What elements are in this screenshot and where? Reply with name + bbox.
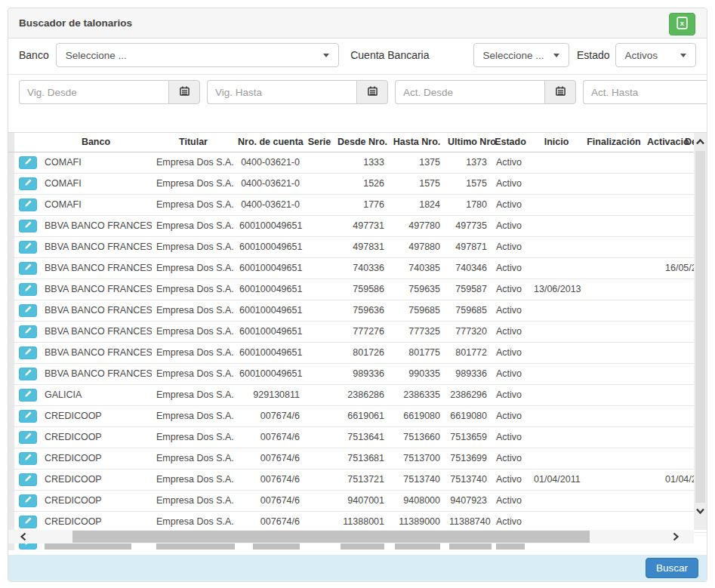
edit-row-button[interactable] (19, 304, 37, 317)
vertical-scrollbar-thumb[interactable] (695, 151, 705, 503)
pencil-icon (24, 220, 32, 231)
column-header-inicio[interactable]: Inicio (529, 133, 584, 152)
calendar-button[interactable] (168, 80, 200, 104)
grid-body: COMAFIEmpresa Dos S.A.0400-03621-0133313… (8, 152, 707, 550)
edit-row-button[interactable] (19, 325, 37, 338)
edit-row-button[interactable] (19, 452, 37, 465)
edit-row-button[interactable] (19, 346, 37, 359)
edit-row-button[interactable] (19, 241, 37, 254)
column-header-titular[interactable]: Titular (152, 133, 235, 152)
cell-cuenta: 600100049651 (235, 236, 304, 257)
cell-cuenta: 007674/6 (235, 469, 304, 490)
row-strip (8, 426, 14, 448)
cell-cuenta: 600100049651 (235, 279, 304, 300)
edit-row-button[interactable] (19, 473, 37, 486)
buscar-button[interactable]: Buscar (646, 558, 698, 578)
horizontal-scrollbar[interactable] (8, 530, 694, 543)
cell-titular: Empresa Dos S.A. (152, 173, 235, 194)
edit-row-button[interactable] (19, 220, 37, 232)
column-header-cuenta[interactable]: Nro. de cuenta (235, 133, 304, 152)
date-input-0[interactable] (19, 80, 168, 104)
excel-file-icon: x (676, 17, 688, 32)
edit-row-button[interactable] (19, 431, 37, 444)
row-strip (8, 279, 14, 300)
vertical-scrollbar[interactable] (694, 133, 707, 530)
cell-cuenta: 600100049651 (235, 300, 304, 321)
edit-row-button[interactable] (19, 156, 37, 169)
cell-serie (304, 342, 334, 363)
scroll-right-icon[interactable] (671, 531, 680, 544)
date-input-1[interactable] (207, 80, 356, 104)
cell-hasta: 990335 (389, 363, 445, 384)
row-actions-cell (14, 426, 40, 448)
chevron-down-icon (553, 54, 559, 57)
row-strip (8, 215, 14, 236)
edit-row-button[interactable] (19, 262, 37, 275)
edit-row-button[interactable] (19, 494, 37, 507)
row-strip (8, 321, 14, 342)
row-strip (8, 236, 14, 257)
row-actions-cell (14, 384, 40, 405)
table-row: CREDICOOPEmpresa Dos S.A.007674/61138800… (8, 511, 707, 532)
column-header-estado[interactable]: Estado (492, 133, 529, 152)
cell-serie (304, 152, 334, 173)
edit-row-button[interactable] (19, 516, 37, 528)
row-strip (8, 152, 14, 173)
table-row: BBVA BANCO FRANCESEmpresa Dos S.A.600100… (8, 257, 707, 279)
calendar-button[interactable] (544, 80, 576, 104)
cell-serie (304, 194, 334, 215)
cell-estado: Activo (492, 215, 529, 236)
export-excel-button[interactable]: x (669, 13, 695, 35)
cell-ultimo: 740346 (445, 257, 492, 279)
column-header-ultimo[interactable]: Ultimo Nro. (445, 133, 492, 152)
cell-activacion (644, 279, 689, 300)
table-row: CREDICOOPEmpresa Dos S.A.007674/67513641… (8, 426, 707, 448)
filter-row-selects: Banco Seleccione ... Cuenta Bancaria Sel… (19, 43, 696, 67)
table-row: BBVA BANCO FRANCESEmpresa Dos S.A.600100… (8, 236, 707, 257)
edit-row-button[interactable] (19, 283, 37, 296)
calendar-button[interactable] (356, 80, 388, 104)
banco-select-value: Seleccione ... (66, 50, 127, 61)
cell-titular: Empresa Dos S.A. (152, 321, 235, 342)
cell-ultimo: 7513659 (445, 426, 492, 448)
pencil-icon (24, 199, 32, 210)
cell-estado: Activo (492, 279, 529, 300)
column-header-serie[interactable]: Serie (304, 133, 334, 152)
cell-titular: Empresa Dos S.A. (152, 152, 235, 173)
table-row: CREDICOOPEmpresa Dos S.A.007674/67513681… (8, 448, 707, 469)
edit-row-button[interactable] (19, 389, 37, 402)
cuenta-bancaria-select[interactable]: Seleccione ... (473, 43, 570, 67)
cell-cuenta: 0400-03621-0 (235, 173, 304, 194)
date-input-2[interactable] (395, 80, 544, 104)
scroll-left-icon[interactable] (19, 531, 28, 544)
pencil-icon (24, 389, 32, 400)
scroll-up-icon[interactable] (695, 137, 706, 149)
row-actions-cell (14, 490, 40, 511)
cell-inicio (529, 321, 584, 342)
estado-select[interactable]: Activos (615, 43, 696, 67)
row-actions-cell (14, 511, 40, 532)
cell-serie (304, 300, 334, 321)
banco-select[interactable]: Seleccione ... (56, 43, 340, 67)
cell-banco: BBVA BANCO FRANCES (40, 257, 152, 279)
cell-serie (304, 511, 334, 532)
column-header-hasta[interactable]: Hasta Nro. (389, 133, 445, 152)
cell-titular: Empresa Dos S.A. (152, 469, 235, 490)
cell-activacion (644, 236, 689, 257)
column-header-desde[interactable]: Desde Nro. (334, 133, 389, 152)
column-header-finalizacion[interactable]: Finalización (584, 133, 644, 152)
cell-banco: BBVA BANCO FRANCES (40, 300, 152, 321)
scroll-down-icon[interactable] (695, 506, 706, 518)
date-input-3[interactable] (583, 80, 707, 104)
cuenta-bancaria-select-value: Seleccione ... (483, 50, 544, 61)
edit-row-button[interactable] (19, 199, 37, 211)
horizontal-scrollbar-thumb[interactable] (72, 531, 590, 543)
cell-inicio (529, 490, 584, 511)
column-header-activacion[interactable]: Activación (644, 133, 689, 152)
estado-label: Estado (577, 49, 610, 61)
edit-row-button[interactable] (19, 410, 37, 423)
edit-row-button[interactable] (19, 177, 37, 190)
edit-row-button[interactable] (19, 368, 37, 380)
column-header-banco[interactable]: Banco (40, 133, 152, 152)
cell-cuenta: 600100049651 (235, 363, 304, 384)
